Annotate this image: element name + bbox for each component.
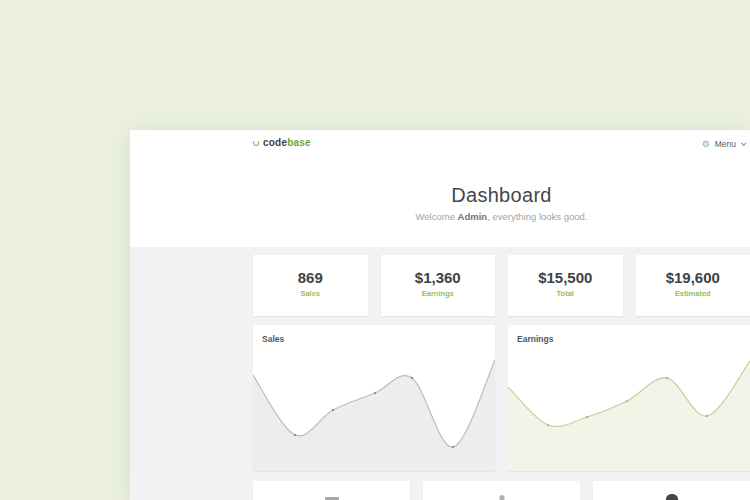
stat-card-total[interactable]: $15,500 Total <box>508 255 623 316</box>
panel-title: Earnings <box>517 334 553 344</box>
app-header: codebase ⚙ Menu <box>130 130 750 158</box>
earnings-chart-panel: Earnings <box>508 325 750 471</box>
stat-label: Earnings <box>381 289 496 298</box>
page-background: { "brand": { "logo_prefix": "code", "log… <box>0 0 750 500</box>
stat-label: Sales <box>253 289 368 298</box>
stat-value: $15,500 <box>508 269 623 286</box>
rocket-icon <box>666 494 678 500</box>
gear-icon: ⚙ <box>702 140 710 149</box>
stats-row: 869 Sales $1,360 Earnings $15,500 Total … <box>253 255 750 316</box>
person-icon <box>499 495 504 500</box>
stat-card-estimated[interactable]: $19,600 Estimated <box>636 255 750 316</box>
stat-card-earnings[interactable]: $1,360 Earnings <box>381 255 496 316</box>
app-body: 869 Sales $1,360 Earnings $15,500 Total … <box>130 247 750 500</box>
welcome-text: Welcome Admin, everything looks good. <box>253 211 750 222</box>
stat-value: $19,600 <box>636 269 750 286</box>
stat-value: $1,360 <box>381 269 496 286</box>
bottom-card-2[interactable] <box>423 481 580 500</box>
bottom-cards-row <box>253 481 750 500</box>
welcome-username: Admin <box>458 211 488 222</box>
menu-label: Menu <box>715 139 736 149</box>
hero-section: Dashboard Welcome Admin, everything look… <box>253 158 750 247</box>
sales-chart-panel: Sales <box>253 325 495 471</box>
stat-label: Estimated <box>636 289 750 298</box>
chevron-down-icon <box>741 140 747 146</box>
charts-row: Sales Earnings <box>253 325 750 471</box>
logo-text: codebase <box>263 137 311 148</box>
panel-title: Sales <box>262 334 284 344</box>
bottom-card-3[interactable] <box>593 481 750 500</box>
stat-label: Total <box>508 289 623 298</box>
page-title: Dashboard <box>253 184 750 207</box>
stat-card-sales[interactable]: 869 Sales <box>253 255 368 316</box>
sales-area-chart <box>253 325 495 471</box>
brand-logo[interactable]: codebase <box>253 137 311 148</box>
header-menu-button[interactable]: ⚙ Menu <box>702 130 745 158</box>
bottom-card-1[interactable] <box>253 481 410 500</box>
dashboard-window: codebase ⚙ Menu Dashboard Welcome Admin,… <box>130 130 750 500</box>
stat-value: 869 <box>253 269 368 286</box>
earnings-area-chart <box>508 325 750 471</box>
codebase-logo-icon <box>253 140 259 146</box>
